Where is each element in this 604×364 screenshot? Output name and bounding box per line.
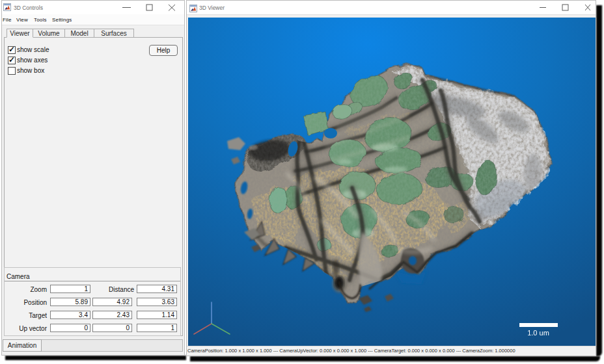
svg-text:1.0 um: 1.0 um	[527, 329, 549, 337]
